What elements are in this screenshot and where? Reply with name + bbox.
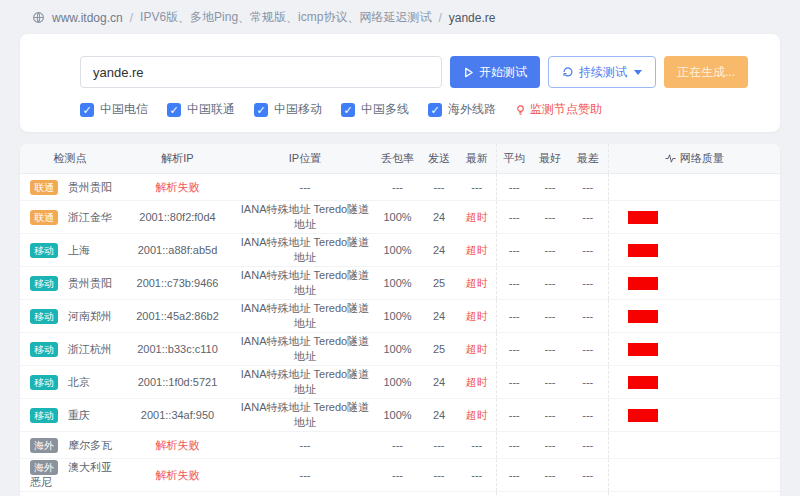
quality-bar: [628, 211, 658, 224]
continuous-test-button[interactable]: 持续测试: [548, 56, 656, 88]
latest-latency: ---: [458, 174, 496, 201]
filter-checkbox[interactable]: ✓海外线路: [428, 101, 496, 118]
ip-location: IANA特殊地址 Teredo隧道地址: [235, 267, 375, 300]
play-icon: [463, 67, 474, 78]
sent-count: 24: [420, 300, 458, 333]
checkbox-checked-icon[interactable]: ✓: [428, 103, 442, 117]
breadcrumb-path: IPV6版、多地Ping、常规版、icmp协议、网络延迟测试: [140, 9, 431, 26]
latest-latency: 超时: [458, 267, 496, 300]
best-latency: ---: [532, 399, 568, 432]
avg-latency: ---: [496, 267, 532, 300]
checkbox-checked-icon[interactable]: ✓: [167, 103, 181, 117]
avg-latency: ---: [496, 234, 532, 267]
node-location: 摩尔多瓦: [68, 439, 112, 451]
network-quality-cell: [608, 174, 780, 201]
resolved-ip: 解析失败: [120, 432, 235, 459]
best-latency: ---: [532, 201, 568, 234]
carrier-badge: 海外: [30, 460, 58, 475]
carrier-badge: 移动: [30, 243, 58, 258]
node-location: 浙江杭州: [68, 343, 112, 355]
generating-button[interactable]: 正在生成...: [664, 56, 748, 88]
sent-count: 24: [420, 201, 458, 234]
col-header-worst: 最差: [568, 144, 608, 174]
breadcrumb: www.itdog.cn / IPV6版、多地Ping、常规版、icmp协议、网…: [0, 0, 800, 34]
checkbox-checked-icon[interactable]: ✓: [80, 103, 94, 117]
packet-loss: 100%: [375, 333, 420, 366]
sent-count: ---: [420, 459, 458, 492]
table-row: 移动 贵州贵阳 2001::c73b:9466 IANA特殊地址 Teredo隧…: [20, 267, 780, 300]
resolved-ip: 解析失败: [120, 459, 235, 492]
avg-latency: ---: [496, 492, 532, 496]
globe-icon: [32, 11, 45, 24]
packet-loss: 100%: [375, 300, 420, 333]
filter-checkbox[interactable]: ✓中国移动: [254, 101, 322, 118]
table-row: 移动 浙江杭州 2001::b33c:c110 IANA特殊地址 Teredo隧…: [20, 333, 780, 366]
carrier-badge: 移动: [30, 375, 58, 390]
latest-latency: 超时: [458, 201, 496, 234]
sent-count: 24: [420, 366, 458, 399]
ip-location: IANA特殊地址 Teredo隧道地址: [235, 234, 375, 267]
carrier-badge: 联通: [30, 210, 58, 225]
carrier-badge: 移动: [30, 408, 58, 423]
filter-label: 海外线路: [448, 101, 496, 118]
test-control-card: 开始测试 持续测试 正在生成... ✓中国电信✓中国联通✓中国移动✓中国多线✓海…: [20, 34, 780, 132]
carrier-badge: 联通: [30, 180, 58, 195]
ip-location: ---: [235, 459, 375, 492]
node-location: 贵州贵阳: [68, 277, 112, 289]
avg-latency: ---: [496, 366, 532, 399]
sponsor-link[interactable]: 监测节点赞助: [515, 101, 602, 118]
node-location: 浙江金华: [68, 211, 112, 223]
network-quality-cell: [608, 399, 780, 432]
quality-bar: [628, 310, 658, 323]
network-quality-cell: [608, 234, 780, 267]
resolved-ip: 2001::b33c:c110: [120, 333, 235, 366]
table-row: 海外 澳大利亚悉尼 解析失败 --- --- --- --- --- --- -…: [20, 459, 780, 492]
breadcrumb-separator: /: [438, 11, 441, 25]
start-test-button[interactable]: 开始测试: [450, 56, 540, 88]
filter-checkbox[interactable]: ✓中国联通: [167, 101, 235, 118]
ip-location: IANA特殊地址 Teredo隧道地址: [235, 300, 375, 333]
worst-latency: ---: [568, 234, 608, 267]
latest-latency: ---: [458, 492, 496, 496]
latest-latency: 超时: [458, 366, 496, 399]
target-input[interactable]: [80, 56, 442, 88]
network-quality-cell: [608, 432, 780, 459]
checkbox-checked-icon[interactable]: ✓: [254, 103, 268, 117]
breadcrumb-separator: /: [130, 11, 133, 25]
network-quality-cell: [608, 267, 780, 300]
continuous-test-label: 持续测试: [579, 64, 627, 81]
resolved-ip: 2001::a88f:ab5d: [120, 234, 235, 267]
filter-checkbox[interactable]: ✓中国多线: [341, 101, 409, 118]
ip-location: IANA特殊地址 Teredo隧道地址: [235, 201, 375, 234]
network-quality-cell: [608, 492, 780, 496]
worst-latency: ---: [568, 459, 608, 492]
avg-latency: ---: [496, 459, 532, 492]
avg-latency: ---: [496, 300, 532, 333]
best-latency: ---: [532, 432, 568, 459]
resolved-ip: 2001::c73b:9466: [120, 267, 235, 300]
sent-count: 24: [420, 399, 458, 432]
checkbox-checked-icon[interactable]: ✓: [341, 103, 355, 117]
table-header-row: 检测点 解析IP IP位置 丢包率 发送 最新 平均 最好 最差 网络质量: [20, 144, 780, 174]
breadcrumb-site[interactable]: www.itdog.cn: [52, 11, 123, 25]
node-location: 北京: [68, 376, 90, 388]
filter-label: 中国电信: [100, 101, 148, 118]
packet-loss: ---: [375, 432, 420, 459]
network-quality-cell: [608, 366, 780, 399]
packet-loss: ---: [375, 174, 420, 201]
sponsor-label: 监测节点赞助: [530, 101, 602, 118]
filter-label: 中国移动: [274, 101, 322, 118]
latest-latency: 超时: [458, 234, 496, 267]
filter-checkbox[interactable]: ✓中国电信: [80, 101, 148, 118]
worst-latency: ---: [568, 174, 608, 201]
best-latency: ---: [532, 459, 568, 492]
results-table-card: 检测点 解析IP IP位置 丢包率 发送 最新 平均 最好 最差 网络质量 联通: [20, 144, 780, 496]
carrier-badge: 移动: [30, 309, 58, 324]
table-row: 海外 摩尔多瓦 解析失败 --- --- --- --- --- --- ---: [20, 432, 780, 459]
col-header-latest: 最新: [458, 144, 496, 174]
quality-bar: [628, 277, 658, 290]
best-latency: ---: [532, 300, 568, 333]
activity-icon: [665, 153, 676, 164]
resolved-ip: 2001::80f2:f0d4: [120, 201, 235, 234]
latest-latency: 超时: [458, 300, 496, 333]
